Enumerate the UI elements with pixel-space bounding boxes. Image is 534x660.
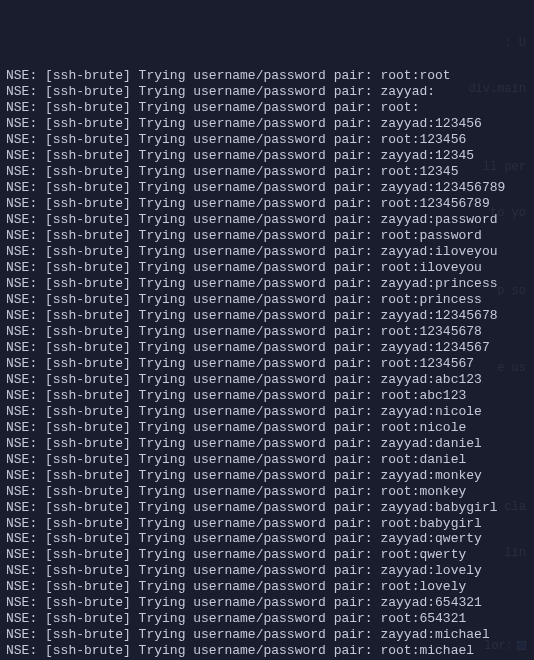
log-line: NSE: [ssh-brute] Trying username/passwor… [6, 84, 528, 100]
log-line: NSE: [ssh-brute] Trying username/passwor… [6, 356, 528, 372]
log-line: NSE: [ssh-brute] Trying username/passwor… [6, 611, 528, 627]
log-line: NSE: [ssh-brute] Trying username/passwor… [6, 452, 528, 468]
log-line: NSE: [ssh-brute] Trying username/passwor… [6, 516, 528, 532]
log-line: NSE: [ssh-brute] Trying username/passwor… [6, 244, 528, 260]
log-line: NSE: [ssh-brute] Trying username/passwor… [6, 595, 528, 611]
log-line: NSE: [ssh-brute] Trying username/passwor… [6, 292, 528, 308]
log-line: NSE: [ssh-brute] Trying username/passwor… [6, 196, 528, 212]
log-line: NSE: [ssh-brute] Trying username/passwor… [6, 388, 528, 404]
terminal-output: NSE: [ssh-brute] Trying username/passwor… [6, 68, 528, 660]
log-line: NSE: [ssh-brute] Trying username/passwor… [6, 627, 528, 643]
log-line: NSE: [ssh-brute] Trying username/passwor… [6, 100, 528, 116]
log-line: NSE: [ssh-brute] Trying username/passwor… [6, 276, 528, 292]
log-line: NSE: [ssh-brute] Trying username/passwor… [6, 308, 528, 324]
log-line: NSE: [ssh-brute] Trying username/passwor… [6, 547, 528, 563]
log-line: NSE: [ssh-brute] Trying username/passwor… [6, 484, 528, 500]
log-line: NSE: [ssh-brute] Trying username/passwor… [6, 116, 528, 132]
log-line: NSE: [ssh-brute] Trying username/passwor… [6, 420, 528, 436]
log-line: NSE: [ssh-brute] Trying username/passwor… [6, 148, 528, 164]
log-line: NSE: [ssh-brute] Trying username/passwor… [6, 531, 528, 547]
log-line: NSE: [ssh-brute] Trying username/passwor… [6, 500, 528, 516]
log-line: NSE: [ssh-brute] Trying username/passwor… [6, 212, 528, 228]
log-line: NSE: [ssh-brute] Trying username/passwor… [6, 643, 528, 659]
log-line: NSE: [ssh-brute] Trying username/passwor… [6, 164, 528, 180]
log-line: NSE: [ssh-brute] Trying username/passwor… [6, 132, 528, 148]
log-line: NSE: [ssh-brute] Trying username/passwor… [6, 260, 528, 276]
log-line: NSE: [ssh-brute] Trying username/passwor… [6, 436, 528, 452]
log-line: NSE: [ssh-brute] Trying username/passwor… [6, 340, 528, 356]
log-line: NSE: [ssh-brute] Trying username/passwor… [6, 579, 528, 595]
log-line: NSE: [ssh-brute] Trying username/passwor… [6, 372, 528, 388]
log-line: NSE: [ssh-brute] Trying username/passwor… [6, 68, 528, 84]
log-line: NSE: [ssh-brute] Trying username/passwor… [6, 324, 528, 340]
log-line: NSE: [ssh-brute] Trying username/passwor… [6, 228, 528, 244]
log-line: NSE: [ssh-brute] Trying username/passwor… [6, 404, 528, 420]
log-line: NSE: [ssh-brute] Trying username/passwor… [6, 468, 528, 484]
log-line: NSE: [ssh-brute] Trying username/passwor… [6, 563, 528, 579]
log-line: NSE: [ssh-brute] Trying username/passwor… [6, 180, 528, 196]
